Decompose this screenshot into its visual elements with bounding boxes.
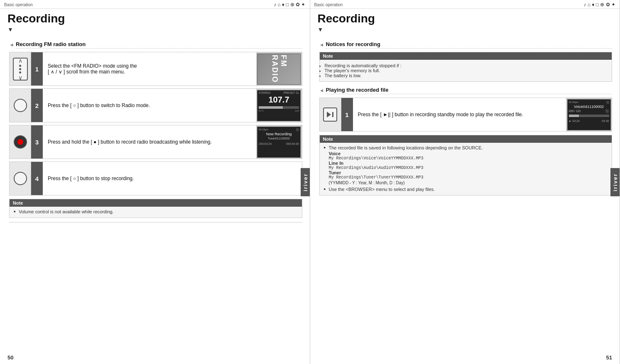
voice-top: 02:15pm ⬛ <box>569 101 609 104</box>
play-step-image: 02:15pm ⬛ Voice0411100002 029 / 121 ⬛ ► <box>566 98 612 131</box>
voice-progress: 029 / 121 ⬛ <box>569 110 609 113</box>
voice-label: Voice <box>329 151 608 156</box>
step-row-3: 3 Press and hold the [ ● ] button to rec… <box>9 125 302 159</box>
step-2-description: Press the [ ○ ] button to switch to Radi… <box>48 103 150 108</box>
voice-elapsed: 029 / 121 <box>569 110 581 113</box>
step-row-2: 2 Press the [ ○ ] button to switch to Ra… <box>9 88 302 122</box>
note-list: Volume control is not available while re… <box>14 209 298 214</box>
right-content: ◄ Notices for recording Note Recording i… <box>310 34 620 200</box>
left-note-content: Volume control is not available while re… <box>10 207 302 217</box>
bottom-note-box: Note The recorded file is saved in follo… <box>319 135 613 195</box>
step-4-text: Press the [ ○ ] button to stop recording… <box>43 162 302 195</box>
step-2-text: Press the [ ○ ] button to switch to Radi… <box>43 89 256 122</box>
voice-filename: Voice0411100002 <box>569 105 609 109</box>
notice-intro: Recording is automatically stopped if : <box>325 63 402 68</box>
left-content: ◄ Recording FM radio station ∧ ∨ <box>0 34 310 231</box>
bottom-note-item-1: The recorded file is saved in following … <box>324 145 608 150</box>
step-2-number: 2 <box>31 89 43 122</box>
voice-time-elapsed: ► 03:24 <box>569 120 580 122</box>
bottom-note-header: Note <box>320 135 612 143</box>
left-side-tab: iriver <box>301 168 310 196</box>
bottom-note-text-1: The recorded file is saved in following … <box>329 145 483 150</box>
remaining-time: 050:04:30 <box>286 142 299 145</box>
step-3-icon <box>10 125 31 159</box>
notices-title: Notices for recording <box>326 41 612 49</box>
rec-status: ⬛ <box>296 128 299 131</box>
right-breadcrumb: Basic operation <box>314 2 343 7</box>
dot <box>19 68 21 70</box>
left-note-header: Note <box>10 199 302 207</box>
playing-icon: ◄ <box>319 88 324 93</box>
left-top-icons: ♪ ⌂ ♦ □ ⊕ ✿ ✦ <box>274 2 306 7</box>
circle-device-icon <box>14 99 27 112</box>
notice-sub-2: The battery is low. <box>325 73 607 78</box>
notice-sub-1: The player's memory is full. <box>325 68 607 73</box>
rec-top: 02:15pm ⬛ <box>259 128 299 131</box>
frequency: 107.7 <box>259 95 299 105</box>
left-top-bar: Basic operation ♪ ⌂ ♦ □ ⊕ ✿ ✦ <box>0 0 310 9</box>
scroll-device-icon: ∧ ∨ <box>13 58 28 81</box>
scroll-dots <box>19 65 21 73</box>
stereo-label: STEREO <box>259 91 271 94</box>
step-1-image: FM RADIO <box>256 52 302 86</box>
step-2-image: STEREO PRESET 01 107.7 87.5 108 <box>256 89 302 122</box>
bottom-note-text-2: Use the <BROWSER> menu to select and pla… <box>329 187 435 192</box>
step-3-text: Press and hold the [ ● ] button to recor… <box>43 125 256 159</box>
notice-sub-text-1: The player's memory is full. <box>325 68 380 73</box>
tuner-path: My Recordings\Tuner\TunerYYMMDDXXX.MP3 <box>329 175 608 180</box>
voice-bar <box>569 115 609 117</box>
voice-format: ⬛ <box>605 110 609 113</box>
elapsed-time: 253:03:24 <box>259 142 272 145</box>
voice-screen: 02:15pm ⬛ Voice0411100002 029 / 121 ⬛ ► <box>567 99 611 130</box>
linein-label: Line In <box>329 161 608 166</box>
right-side-tab: iriver <box>610 168 620 196</box>
notices-icon: ◄ <box>319 42 324 48</box>
left-section-header: ◄ Recording FM radio station <box>9 41 302 49</box>
notices-note-header: Note <box>320 52 612 60</box>
step-4-description: Press the [ ○ ] button to stop recording… <box>48 176 134 181</box>
left-note-box: Note Volume control is not available whi… <box>9 199 302 218</box>
note-text-1: Volume control is not available while re… <box>19 209 114 214</box>
bottom-note-content: The recorded file is saved in following … <box>320 143 612 195</box>
date-format-note: (YYMMDD - Y : Year, M : Month, D : Day) <box>329 181 608 185</box>
freq-bar <box>259 106 299 109</box>
voice-bar-fill <box>569 115 579 117</box>
right-page-title: Recording <box>310 9 620 26</box>
tuner-label: Tuner <box>329 170 608 175</box>
step-container: ∧ ∨ 1 Select the <FM RADIO> mode using t… <box>9 52 302 195</box>
section-icon: ◄ <box>9 42 14 48</box>
bottom-note-list: The recorded file is saved in following … <box>324 145 608 150</box>
freq-bar-fill <box>259 106 283 109</box>
voice-time-remaining: 04:30 <box>602 120 609 122</box>
play-step-description: Press the [ ►|| ] button in recording st… <box>358 112 523 117</box>
step-2-icon <box>10 89 31 122</box>
linein-path: My Recordings\Audio\AudioYYMMDDXXX.MP3 <box>329 166 608 170</box>
right-page: Basic operation ♪ ⌂ ♦ □ ⊕ ✿ ✦ Recording … <box>310 0 620 364</box>
left-title-arrow: ▼ <box>0 26 310 33</box>
step-3-number: 3 <box>31 125 43 159</box>
tuner-top: STEREO PRESET 01 <box>259 91 299 94</box>
step-3-description: Press and hold the [ ● ] button to recor… <box>48 139 212 145</box>
step-4-number: 4 <box>31 162 43 195</box>
voice-status: ⬛ <box>606 101 609 104</box>
playing-section-header: ◄ Playing the recorded file <box>319 87 613 94</box>
rec-time-top: 02:15pm <box>259 128 268 131</box>
notices-note-content: Recording is automatically stopped if : … <box>320 60 612 81</box>
step-row-1: ∧ ∨ 1 Select the <FM RADIO> mode using t… <box>9 52 302 86</box>
notices-list: Recording is automatically stopped if : … <box>325 63 607 78</box>
notice-item-main: Recording is automatically stopped if : <box>325 63 607 68</box>
right-top-bar: Basic operation ♪ ⌂ ♦ □ ⊕ ✿ ✦ <box>310 0 620 9</box>
notices-section-header: ◄ Notices for recording <box>319 41 613 49</box>
record-device-icon <box>14 135 27 149</box>
playing-section: ◄ Playing the recorded file 1 Press the … <box>319 87 613 195</box>
dot <box>19 71 21 73</box>
range-high: 108 <box>295 110 299 112</box>
playing-title: Playing the recorded file <box>326 87 612 94</box>
play-step-number: 1 <box>341 98 353 131</box>
step-row-4: 4 Press the [ ○ ] button to stop recordi… <box>9 161 302 195</box>
left-section-title: Recording FM radio station <box>16 41 302 49</box>
play-step-icon <box>320 98 341 131</box>
step-1-number: 1 <box>31 52 43 86</box>
rec-label: Now Recording <box>259 132 299 136</box>
step-1-text: Select the <FM RADIO> mode using the[ ∧ … <box>43 52 256 86</box>
